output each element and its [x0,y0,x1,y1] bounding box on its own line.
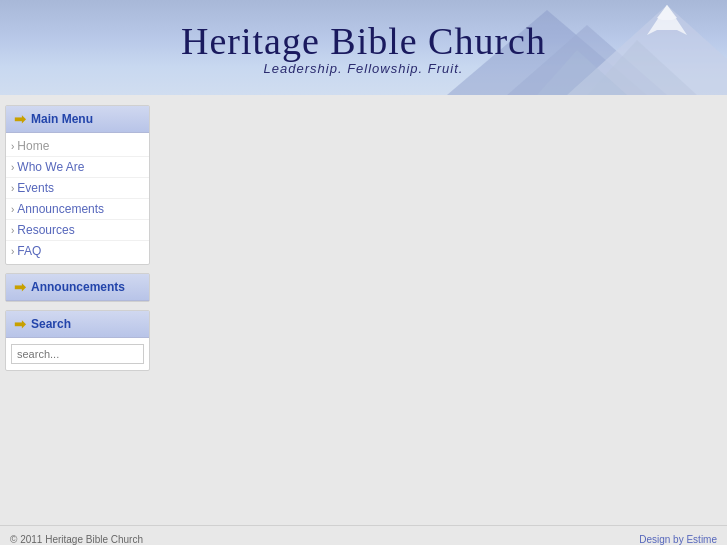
menu-link-home[interactable]: Home [17,139,49,153]
arrow-icon: ➡ [14,279,26,295]
list-item: › Who We Are [6,157,149,178]
list-item: › Announcements [6,199,149,220]
copyright-text: © 2011 Heritage Bible Church [10,534,294,545]
main-menu-list: › Home › Who We Are › Events › Announcem… [6,133,149,264]
search-title: Search [31,317,71,331]
announcements-title: Announcements [31,280,125,294]
bullet-icon: › [11,162,14,173]
menu-link-resources[interactable]: Resources [17,223,74,237]
site-header: Heritage Bible Church Leadership. Fellow… [0,0,727,95]
announcements-module: ➡ Announcements [5,273,150,302]
bullet-icon: › [11,246,14,257]
search-input[interactable] [11,344,144,364]
arrow-icon: ➡ [14,316,26,332]
menu-link-faq[interactable]: FAQ [17,244,41,258]
arrow-icon: ➡ [14,111,26,127]
sidebar: ➡ Main Menu › Home › Who We Are › Events… [0,95,155,525]
menu-link-announcements[interactable]: Announcements [17,202,104,216]
list-item: › FAQ [6,241,149,261]
bullet-icon: › [11,204,14,215]
site-name: Heritage Bible Church [181,19,546,63]
list-item: › Home [6,136,149,157]
main-menu-header: ➡ Main Menu [6,106,149,133]
main-menu-title: Main Menu [31,112,93,126]
search-header: ➡ Search [6,311,149,338]
announcements-header: ➡ Announcements [6,274,149,301]
main-menu-module: ➡ Main Menu › Home › Who We Are › Events… [5,105,150,265]
site-tagline: Leadership. Fellowship. Fruit. [181,61,546,76]
menu-link-events[interactable]: Events [17,181,54,195]
bullet-icon: › [11,225,14,236]
site-title-block: Heritage Bible Church Leadership. Fellow… [181,19,546,76]
footer-left: © 2011 Heritage Bible Church Joomla! is … [10,534,294,545]
design-credit: Design by Estime [639,534,717,545]
search-input-wrapper [6,338,149,370]
menu-link-who-we-are[interactable]: Who We Are [17,160,84,174]
main-content [155,95,727,525]
main-layout: ➡ Main Menu › Home › Who We Are › Events… [0,95,727,525]
bullet-icon: › [11,141,14,152]
list-item: › Events [6,178,149,199]
search-module: ➡ Search [5,310,150,371]
site-footer: © 2011 Heritage Bible Church Joomla! is … [0,525,727,545]
bullet-icon: › [11,183,14,194]
list-item: › Resources [6,220,149,241]
